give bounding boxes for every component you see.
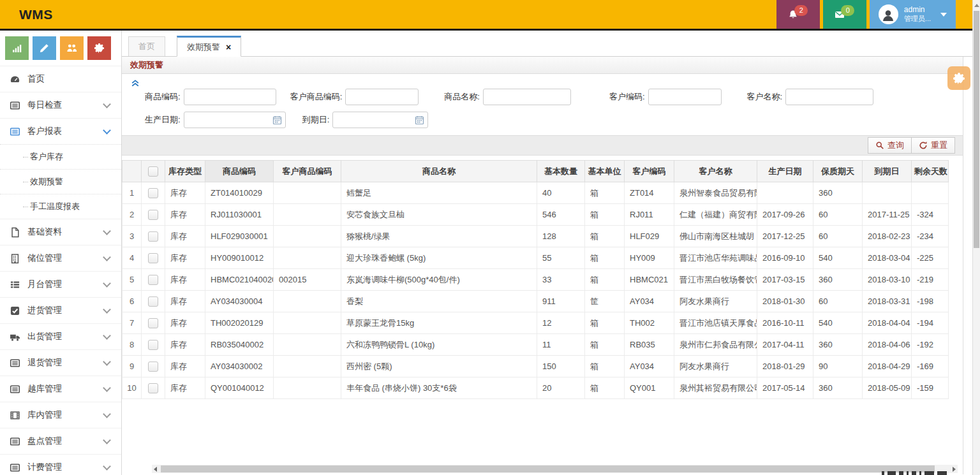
shortcut-edit-button[interactable] [33,36,56,60]
tab[interactable]: 效期预警× [177,36,241,57]
sidebar-item[interactable]: 进货管理 [0,297,121,323]
chevron-down-icon [103,358,111,366]
cell: 2018-03-31 [863,291,912,312]
row-checkbox[interactable] [148,362,158,372]
column-header[interactable]: 基本单位 [585,161,625,182]
horizontal-scrollbar-thumb[interactable] [161,465,935,472]
table-row[interactable]: 8库存RB035040002六和冻鸭鸭锁骨L (10kg)11箱RB035泉州市… [122,334,949,356]
shortcut-users-button[interactable] [60,36,84,60]
row-checkbox[interactable] [148,340,158,350]
cell: 2017-11-25 [863,204,912,226]
calendar-button[interactable] [415,115,426,125]
table-row[interactable]: 7库存TH002020129草原蒙王龙骨15kg12箱TH002晋江市池店镇天厚… [122,312,949,334]
user-menu[interactable]: admin 管理员... [870,0,956,29]
cell: 2017-09-26 [757,204,813,226]
cell: 2018-04-06 [863,334,912,356]
collapse-form-button[interactable] [130,78,140,88]
calendar-icon [272,115,282,125]
shortcut-settings-button[interactable] [87,36,111,60]
sidebar-item[interactable]: 出货管理 [0,323,121,349]
cell: 33 [537,269,585,291]
column-header[interactable]: 客户商品编码 [274,161,341,182]
row-checkbox[interactable] [148,253,158,263]
sidebar-item[interactable]: 客户报表 [0,118,121,144]
row-checkbox[interactable] [148,210,158,220]
sidebar-item[interactable]: 每日检查 [0,92,121,118]
tab[interactable]: 首页 [128,36,165,56]
cell: 阿友水果商行 [674,356,757,377]
column-header[interactable]: 保质期天 [813,161,863,182]
cell: 猕猴桃/绿果 [341,226,537,247]
table-row[interactable]: 5库存HBMC0210400201002015东岚海调味牛柳(500g*40包/… [122,269,949,291]
close-tab-icon[interactable]: × [226,43,231,52]
cell: QY001040012 [205,377,274,399]
row-checkbox[interactable] [148,231,158,242]
table-row[interactable]: 10库存QY001040012丰年食品 (串烧小饼) 30支*6袋20箱QY00… [122,377,949,399]
date-input[interactable] [332,112,428,128]
calendar-button[interactable] [272,115,283,125]
row-checkbox[interactable] [148,296,158,307]
table-row[interactable]: 6库存AY034030004香梨911筐AY034阿友水果商行2018-01-3… [122,291,949,312]
column-header[interactable]: 库存类型 [165,161,205,182]
select-all-checkbox[interactable] [142,161,165,182]
sidebar-item[interactable]: 储位管理 [0,245,121,271]
row-checkbox[interactable] [148,383,158,393]
scroll-up-arrow-icon[interactable] [974,4,979,7]
text-input[interactable] [483,89,571,105]
column-header[interactable]: 客户名称 [674,161,757,182]
table-row[interactable]: 1库存ZT014010029鳕蟹足40箱ZT014泉州智泰食品贸易有限360 [122,182,949,204]
row-checkbox[interactable] [148,275,158,285]
sidebar-item[interactable]: 越库管理 [0,376,121,402]
column-header[interactable]: 商品名称 [341,161,537,182]
vertical-scrollbar-thumb[interactable] [974,11,979,248]
settings-fab-button[interactable] [947,66,970,90]
user-icon [881,8,895,22]
chevron-down-icon [103,100,111,108]
cell: 阿友水果商行 [674,291,757,312]
search-field: 客户名称: [747,89,874,105]
text-input[interactable] [345,89,419,105]
shortcut-statistics-button[interactable] [5,36,29,60]
column-header[interactable]: 生产日期 [757,161,813,182]
cell: -159 [912,377,949,399]
text-input[interactable] [785,89,873,105]
notifications-button[interactable]: 2 [776,0,820,29]
row-checkbox[interactable] [148,188,158,198]
horizontal-scrollbar[interactable] [152,465,958,473]
column-header[interactable]: 商品编码 [205,161,274,182]
sidebar-item[interactable]: 基础资料 [0,219,121,245]
scroll-left-arrow-icon[interactable] [154,467,157,472]
sidebar: 首页每日检查客户报表客户库存效期预警手工温度报表基础资料储位管理月台管理进货管理… [0,31,122,475]
column-header[interactable]: 客户编码 [625,161,674,182]
query-button[interactable]: 查询 [868,137,912,154]
vertical-scrollbar[interactable] [972,0,980,475]
date-input[interactable] [184,112,286,128]
column-header[interactable]: 剩余天数 [912,161,949,182]
table-row[interactable]: 9库存AY034030002西州密 (5颗)150箱AY034阿友水果商行201… [122,356,949,377]
reset-button[interactable]: 重置 [912,137,955,154]
chevron-down-icon [103,436,111,444]
sidebar-item[interactable]: 退货管理 [0,349,121,376]
sidebar-subitem[interactable]: 手工温度报表 [0,194,121,219]
sidebar-subitem[interactable]: 效期预警 [0,169,121,194]
table-row[interactable]: 3库存HLF029030001猕猴桃/绿果128箱HLF029佛山市南海区桂城胡… [122,226,949,247]
chevron-down-icon [103,305,111,314]
cell: 安芯食族文旦柚 [341,204,537,226]
messages-button[interactable]: 0 [823,0,866,29]
sidebar-menu: 首页每日检查客户报表客户库存效期预警手工温度报表基础资料储位管理月台管理进货管理… [0,66,121,475]
sidebar-item[interactable]: 月台管理 [0,271,121,297]
sidebar-item[interactable]: 计费管理 [0,454,121,475]
sidebar-item[interactable]: 首页 [0,66,121,92]
row-checkbox[interactable] [148,318,158,328]
text-input[interactable] [184,89,276,105]
column-header[interactable]: 到期日 [863,161,912,182]
cell: TH002 [625,312,674,334]
sidebar-item[interactable]: 盘点管理 [0,428,121,454]
table-row[interactable]: 4库存HY009010012迎大珍珠香鲍螺 (5kg)55箱HY009晋江市池店… [122,247,949,269]
sidebar-subitem[interactable]: 客户库存 [0,144,121,169]
table-row[interactable]: 2库存RJ011030001安芯食族文旦柚546箱RJ011仁建（福建）商贸有限… [122,204,949,226]
cell: AY034 [625,356,674,377]
text-input[interactable] [648,89,722,105]
sidebar-item[interactable]: 库内管理 [0,402,121,428]
column-header[interactable]: 基本数量 [537,161,585,182]
